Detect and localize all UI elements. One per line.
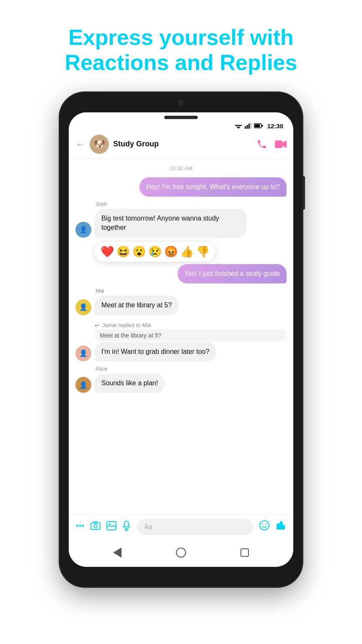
group-avatar: 🐶 <box>90 135 109 154</box>
message-alice: 👤 Alice Sounds like a plan! <box>75 366 287 393</box>
svg-point-12 <box>76 525 78 527</box>
reply-arrow-icon: ↩ <box>95 322 100 329</box>
nav-back-button[interactable] <box>109 544 126 561</box>
chat-body[interactable]: 10:30 AM Hey! I'm free tonight. What's e… <box>69 158 293 514</box>
reply-quoted-text: Meet at the library at 5? <box>95 330 287 341</box>
phone-shell: 12:30 ← 🐶 Study Group <box>59 92 303 587</box>
msg-column-mai: Mai Meet at the library at 5? <box>95 288 178 315</box>
reply-block-jamie: ↩ Jamie replied to Mai Meet at the libra… <box>75 319 287 361</box>
group-name: Study Group <box>113 140 256 148</box>
mic-button[interactable] <box>122 521 131 533</box>
reply-text-label: Jamie replied to Mai <box>102 322 151 328</box>
svg-point-13 <box>79 525 81 527</box>
msg-bubble-out-1: Hey! I'm free tonight. What's everyone u… <box>140 177 287 197</box>
svg-rect-3 <box>245 126 246 129</box>
more-options-button[interactable] <box>75 521 85 532</box>
avatar-josh: 👤 <box>75 222 91 238</box>
reaction-heart[interactable]: ❤️ <box>101 245 114 258</box>
phone-top-bar <box>69 112 293 121</box>
wifi-icon <box>235 123 242 129</box>
message-josh: 👤 Josh Big test tomorrow! Anyone wanna s… <box>75 201 287 238</box>
nav-home-button[interactable] <box>173 544 189 561</box>
msg-bubble-josh: Big test tomorrow! Anyone wanna study to… <box>95 209 247 238</box>
msg-sender-josh: Josh <box>96 201 247 207</box>
phone-nav <box>69 540 293 567</box>
msg-column-josh: Josh Big test tomorrow! Anyone wanna stu… <box>95 201 247 238</box>
msg-bubble-out-2: Yes! I just finished a study guide <box>178 264 287 283</box>
battery-icon <box>254 123 263 128</box>
svg-rect-8 <box>254 125 260 127</box>
msg-sender-mai: Mai <box>96 288 178 294</box>
svg-marker-2 <box>236 127 240 129</box>
svg-rect-9 <box>261 125 263 127</box>
header-actions <box>256 139 287 150</box>
home-circle-icon <box>176 548 186 558</box>
svg-rect-6 <box>250 123 251 129</box>
svg-rect-10 <box>275 140 282 148</box>
reaction-thumbdown[interactable]: 👎 <box>196 245 209 258</box>
svg-point-19 <box>109 523 111 525</box>
phone-device: 12:30 ← 🐶 Study Group <box>59 92 303 587</box>
nav-recents-button[interactable] <box>236 544 253 561</box>
message-outgoing-2: Yes! I just finished a study guide <box>75 264 287 283</box>
page-title: Express yourself with Reactions and Repl… <box>31 0 331 88</box>
msg-bubble-jamie: I'm in! Want to grab dinner later too? <box>95 342 216 361</box>
gallery-button[interactable] <box>106 521 116 533</box>
phone-screen: 12:30 ← 🐶 Study Group <box>69 112 293 567</box>
svg-point-16 <box>94 525 97 528</box>
reaction-thumbup[interactable]: 👍 <box>180 245 194 258</box>
phone-speaker <box>164 116 198 119</box>
camera-button[interactable] <box>90 521 101 533</box>
svg-point-25 <box>266 524 267 525</box>
svg-rect-4 <box>246 125 248 129</box>
reaction-wow[interactable]: 😮 <box>132 245 146 258</box>
svg-rect-5 <box>248 124 250 129</box>
camera-dot <box>178 100 184 106</box>
signal-icon <box>245 123 251 129</box>
reaction-bar[interactable]: ❤️ 😆 😮 😢 😡 👍 👎 <box>95 242 215 262</box>
video-button[interactable] <box>275 140 287 149</box>
svg-point-14 <box>82 525 84 527</box>
chat-timestamp: 10:30 AM <box>75 165 287 171</box>
message-outgoing-1: Hey! I'm free tonight. What's everyone u… <box>75 177 287 197</box>
message-input[interactable]: Aa <box>137 519 253 535</box>
status-bar: 12:30 <box>69 121 293 131</box>
status-time: 12:30 <box>267 122 283 130</box>
msg-bubble-alice: Sounds like a plan! <box>95 374 165 393</box>
svg-rect-15 <box>91 523 100 530</box>
avatar-jamie: 👤 <box>75 345 91 361</box>
msg-column-alice: Alice Sounds like a plan! <box>95 366 165 393</box>
msg-bubble-mai: Meet at the library at 5? <box>95 296 178 315</box>
message-mai: 👤 Mai Meet at the library at 5? <box>75 288 287 315</box>
like-button[interactable] <box>276 520 287 534</box>
reaction-laugh[interactable]: 😆 <box>116 245 130 258</box>
back-triangle-icon <box>113 548 122 558</box>
avatar-mai: 👤 <box>75 299 91 315</box>
svg-point-23 <box>260 521 269 530</box>
reply-indicator: ↩ Jamie replied to Mai <box>95 322 287 329</box>
call-button[interactable] <box>256 139 267 150</box>
emoji-button[interactable] <box>259 520 270 534</box>
svg-rect-20 <box>124 521 129 527</box>
svg-point-24 <box>262 524 264 525</box>
back-button[interactable]: ← <box>75 138 85 150</box>
reaction-angry[interactable]: 😡 <box>164 245 178 258</box>
recents-square-icon <box>240 548 249 557</box>
svg-marker-11 <box>282 140 287 148</box>
chat-toolbar: Aa <box>69 514 293 540</box>
msg-sender-alice: Alice <box>96 366 165 372</box>
chat-header: ← 🐶 Study Group <box>69 131 293 158</box>
reaction-cry[interactable]: 😢 <box>148 245 162 258</box>
avatar-alice: 👤 <box>75 377 91 393</box>
